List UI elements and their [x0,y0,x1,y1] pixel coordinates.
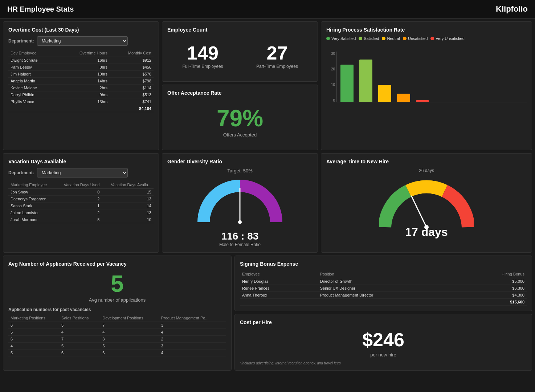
overtime-row: Pam Beesly8hrs$456 [8,64,154,71]
full-time-number: 149 [167,44,238,62]
app-col-product: Product Management Po... [159,314,226,322]
overtime-row: Phyllis Vance13hrs$741 [8,98,154,105]
cost-per-hire-value: $246 [240,329,527,351]
applicants-row: 6732 [8,336,226,343]
cost-per-hire-note: *Includes advertising, internal recruite… [240,361,527,365]
signing-bonus-table: Employee Position Hiring Bonus Henry Dou… [240,270,527,306]
vacation-card: Vacation Days Available Department: Mark… [3,153,159,253]
overtime-col-hours: Overtime Hours [58,49,110,57]
overtime-dept-label: Department: [8,38,34,44]
applicants-avg-label: Avg number of applications [8,297,226,303]
overtime-row: Jim Halpert10hrs$570 [8,71,154,78]
vacation-row: Jon Snow015 [8,189,154,196]
avg-hire-title: Average Time to New Hire [326,159,527,164]
applicants-table: Marketing Positions Sales Positions Deve… [8,314,226,356]
overtime-row: Angela Martin14hrs$798 [8,78,154,85]
legend-item: Satisfied [359,36,379,41]
page-title: HR Employee Stats [7,5,74,13]
applicants-avg-num: 5 [8,270,226,297]
signing-row: Anna TherouxProduct Management Director$… [240,292,527,299]
overtime-row: Darryl Philbin9hrs$513 [8,91,154,98]
applicants-sub-title: Application numbers for past vacancies [8,307,226,312]
y-axis-20: 20 [326,67,335,71]
applicants-row: 4553 [8,343,226,350]
app-col-marketing: Marketing Positions [8,314,59,322]
applicants-title: Avg Number of Applicants Received per Va… [8,261,226,267]
vacation-dept-select[interactable]: Marketing Development Sales [37,168,128,177]
bar-col [397,94,410,102]
vacation-row: Jorah Mormont510 [8,216,154,223]
employee-count-card: Employee Count 149 Full-Time Employees 2… [162,21,318,82]
legend-item: Very Unsatisfied [430,36,464,41]
gender-ratio: 116 : 83 [221,230,259,242]
header: HR Employee Stats Klipfolio [0,0,535,19]
vacation-col-available: Vacation Days Availa... [102,181,154,189]
app-col-dev: Development Positions [100,314,159,322]
logo: Klipfolio [496,4,528,14]
overtime-row: Dwight Schrute16hrs$912 [8,57,154,64]
gender-diversity-card: Gender Diversity Ratio Target: 50% [162,153,318,253]
y-axis-0: 0 [326,98,335,102]
offer-label: Offers Accepted [167,132,313,138]
cost-per-hire-title: Cost per Hire [240,319,527,325]
hire-days-value: 17 days [405,225,448,239]
offer-rate-card: Offer Acceptance Rate 79% Offers Accepte… [162,85,318,150]
bar-col [416,100,429,102]
y-axis-30: 30 [326,52,335,56]
overtime-col-cost: Monthly Cost [110,49,154,57]
part-time-number: 27 [242,44,313,62]
applicants-card: Avg Number of Applicants Received per Va… [3,256,232,371]
applicants-row: 6573 [8,322,226,329]
vacation-row: Jaime Lannister213 [8,209,154,216]
vacation-dept-label: Department: [8,170,34,175]
gender-target-label: Target: 50% [196,168,283,173]
legend-item: Very Satisfied [326,36,356,41]
bar-col [378,85,391,102]
part-time-label: Part-Time Employees [242,64,313,69]
legend-item: Unsatisfied [403,36,428,41]
overtime-card: Overtime Cost (Last 30 Days) Department:… [3,21,159,150]
vacation-col-employee: Marketing Employee [8,181,56,189]
vacation-row: Daenerys Targaryen213 [8,196,154,203]
legend-item: Neutral [382,36,400,41]
bar-col [340,65,354,102]
overtime-col-employee: Dev Employee [8,49,58,57]
employee-count-title: Employee Count [167,27,313,33]
sb-col-position: Position [318,270,460,278]
gender-ratio-label: Male to Female Ratio [219,242,261,247]
applicants-row: 5444 [8,329,226,336]
y-axis-10: 10 [326,83,335,87]
overtime-total: $4,104 [110,105,154,112]
signing-bonus-title: Signing Bonus Expense [240,261,527,267]
avg-hire-days-label: 26 days [419,168,434,173]
app-col-sales: Sales Positions [59,314,100,322]
vacation-title: Vacation Days Available [8,159,154,164]
signing-row: Henry DouglasDirector of Growth$5,000 [240,278,527,285]
sb-col-employee: Employee [240,270,318,278]
signing-bonus-card: Signing Bonus Expense Employee Position … [234,256,532,311]
cost-per-hire-label: per new hire [240,352,527,358]
hire-gauge-svg [379,175,474,229]
bar-col [359,60,372,102]
signing-total: $15,600 [460,299,527,306]
offer-pct: 79% [167,107,313,130]
vacation-row: Sansa Stark114 [8,203,154,209]
overtime-table: Dev Employee Overtime Hours Monthly Cost… [8,49,154,112]
gender-diversity-title: Gender Diversity Ratio [167,159,313,164]
vacation-col-used: Vacation Days Used [56,181,102,189]
sb-col-bonus: Hiring Bonus [460,270,527,278]
satisfaction-legend: Very SatisfiedSatisfiedNeutralUnsatisfie… [326,36,527,41]
cost-per-hire-card: Cost per Hire $246 per new hire *Include… [234,314,532,371]
applicants-row: 5664 [8,350,226,356]
offer-rate-title: Offer Acceptance Rate [167,90,313,96]
full-time-label: Full-Time Employees [167,64,238,69]
signing-row: Renee FrancesSenior UX Designer$6,300 [240,285,527,292]
overtime-title: Overtime Cost (Last 30 Days) [8,27,154,33]
satisfaction-title: Hiring Process Satisfaction Rate [326,27,527,33]
overtime-dept-select[interactable]: Marketing Development Sales [37,36,128,46]
satisfaction-card: Hiring Process Satisfaction Rate Very Sa… [321,21,532,150]
overtime-row: Kevine Malone2hrs$114 [8,85,154,91]
svg-line-3 [411,196,426,227]
vacation-table: Marketing Employee Vacation Days Used Va… [8,181,154,223]
gender-gauge [196,175,283,226]
